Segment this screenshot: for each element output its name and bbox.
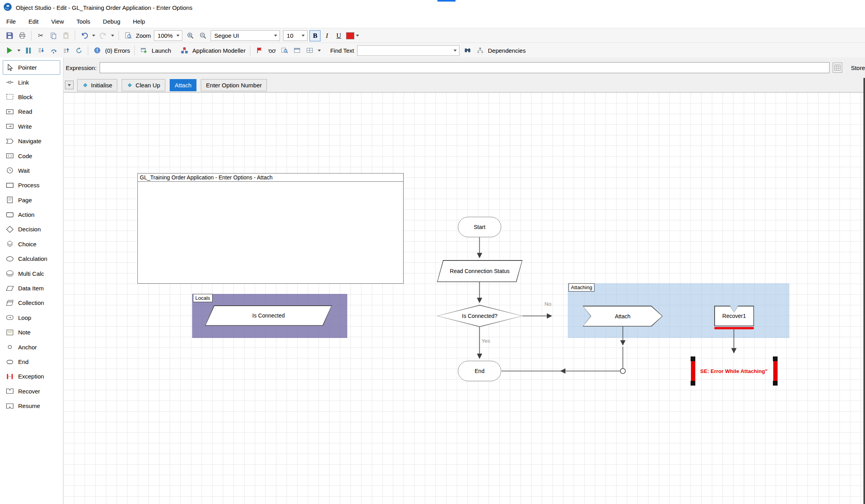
run-button[interactable] [4, 44, 15, 56]
zoom-out-button[interactable] [197, 30, 209, 42]
palette-item-decision[interactable]: Decision [3, 222, 60, 236]
palette-item-write[interactable]: Write [3, 119, 60, 134]
undo-dropdown-caret[interactable] [92, 35, 95, 37]
palette-item-anchor[interactable]: Anchor [3, 340, 60, 354]
palette-item-data-item[interactable]: Data Item [3, 281, 60, 295]
palette-item-multi-calc[interactable]: Multi Calc [3, 266, 60, 281]
menu-view[interactable]: View [45, 15, 70, 28]
selection-handle[interactable] [691, 381, 695, 386]
palette-item-recover[interactable]: Recover [3, 384, 60, 399]
menu-help[interactable]: Help [127, 15, 152, 28]
menu-tools[interactable]: Tools [70, 15, 96, 28]
palette-item-exception[interactable]: Exception [3, 369, 60, 384]
exception-left-bar[interactable] [691, 358, 695, 384]
palette-item-calculation[interactable]: Calculation [3, 251, 60, 266]
save-icon [6, 32, 13, 39]
separator [88, 46, 88, 55]
panel-view-button[interactable] [291, 44, 303, 56]
font-color-button[interactable] [346, 32, 361, 39]
italic-button[interactable]: I [321, 30, 332, 41]
expression-editor-button[interactable] [833, 63, 842, 73]
stage-is-connected-data-item[interactable]: Is Connected [205, 305, 332, 326]
window-title: Object Studio - Edit - GL_Training Order… [16, 4, 193, 11]
palette-item-wait[interactable]: Wait [3, 163, 60, 178]
watch-button[interactable] [266, 44, 278, 56]
palette-item-block[interactable]: Block [3, 90, 60, 104]
action-icon [5, 210, 15, 219]
palette-item-choice[interactable]: Choice [3, 237, 60, 251]
page-list-dropdown-button[interactable] [65, 81, 74, 89]
palette-item-page[interactable]: Page [3, 193, 60, 207]
tab-enter-option-number[interactable]: Enter Option Number [201, 79, 267, 91]
tab-initialise[interactable]: Initialise [77, 79, 117, 91]
palette-item-code[interactable]: Code [3, 148, 60, 163]
save-button[interactable] [4, 30, 15, 42]
reset-button[interactable] [73, 44, 85, 56]
anchor-icon [5, 343, 15, 351]
errors-button[interactable]: (0) Errors [105, 47, 130, 54]
pause-button[interactable] [22, 44, 34, 56]
font-family-select[interactable]: Segoe UI [211, 30, 280, 41]
store-panel-tab[interactable]: Store [851, 65, 865, 71]
palette-item-action[interactable]: Action [3, 207, 60, 222]
dependencies-icon [474, 44, 486, 56]
process-canvas[interactable]: GL_Training Order Application - Enter Op… [63, 92, 865, 504]
selection-handle[interactable] [691, 356, 695, 361]
print-button[interactable] [16, 30, 28, 42]
step-out-button[interactable] [60, 44, 72, 56]
palette-item-note[interactable]: Note [3, 325, 60, 340]
redo-dropdown-caret[interactable] [111, 35, 114, 37]
selection-handle[interactable] [773, 381, 778, 386]
scissors-icon: ✂ [38, 31, 43, 40]
underline-button[interactable]: U [333, 30, 344, 41]
anchor-node[interactable] [621, 369, 626, 374]
stage-recover1[interactable]: Recover1 [714, 306, 754, 326]
palette-item-loop[interactable]: Loop [3, 310, 60, 325]
palette-item-resume[interactable]: Resume [3, 399, 60, 413]
application-modeller-button[interactable]: Application Modeller [193, 47, 246, 54]
find-text-input[interactable] [357, 45, 459, 56]
selection-handle[interactable] [773, 356, 778, 361]
stage-is-connected-decision[interactable]: Is Connected? [437, 305, 522, 327]
stage-exception[interactable]: SE: Error While Attaching" [696, 364, 772, 378]
tab-clean-up[interactable]: Clean Up [122, 79, 165, 91]
expression-input[interactable] [100, 62, 830, 73]
cut-button[interactable]: ✂ [35, 30, 46, 42]
palette-item-pointer[interactable]: Pointer [3, 60, 60, 75]
font-size-select[interactable]: 10 [283, 30, 307, 41]
dependencies-button[interactable]: Dependencies [488, 47, 526, 54]
layout-dropdown-caret[interactable] [318, 50, 321, 52]
palette-item-navigate[interactable]: Navigate [3, 134, 60, 148]
menu-file[interactable]: File [0, 15, 22, 28]
redo-button[interactable] [97, 30, 109, 42]
run-dropdown-caret[interactable] [17, 50, 20, 52]
menu-debug[interactable]: Debug [96, 15, 126, 28]
breakpoint-button[interactable] [254, 44, 265, 56]
palette-item-end[interactable]: End [3, 354, 60, 369]
stage-read-connection-status[interactable]: Read Connection Status [437, 260, 522, 282]
step-in-icon [37, 47, 45, 54]
stage-end[interactable]: End [458, 361, 501, 381]
launch-button[interactable]: Launch [152, 47, 171, 54]
layout-button[interactable] [304, 44, 316, 56]
copy-button[interactable] [47, 30, 59, 42]
redo-icon [99, 32, 107, 39]
stage-attach[interactable]: Attach [583, 306, 663, 327]
palette-item-read[interactable]: Read [3, 104, 60, 119]
paste-button[interactable] [60, 30, 72, 42]
stage-start[interactable]: Start [458, 217, 501, 237]
menu-edit[interactable]: Edit [22, 15, 45, 28]
bold-button[interactable]: B [309, 30, 320, 41]
step-in-button[interactable] [35, 44, 47, 56]
tab-attach[interactable]: Attach [170, 79, 197, 91]
process-search-button[interactable] [279, 44, 291, 56]
palette-item-process[interactable]: Process [3, 178, 60, 192]
exception-right-bar[interactable] [773, 358, 778, 384]
palette-item-collection[interactable]: Collection [3, 295, 60, 310]
step-over-button[interactable] [48, 44, 59, 56]
palette-item-link[interactable]: Link [3, 75, 60, 89]
zoom-in-button[interactable] [184, 30, 196, 42]
find-next-button[interactable] [461, 44, 473, 56]
zoom-level-select[interactable]: 100% [154, 30, 182, 41]
undo-button[interactable] [78, 30, 90, 42]
